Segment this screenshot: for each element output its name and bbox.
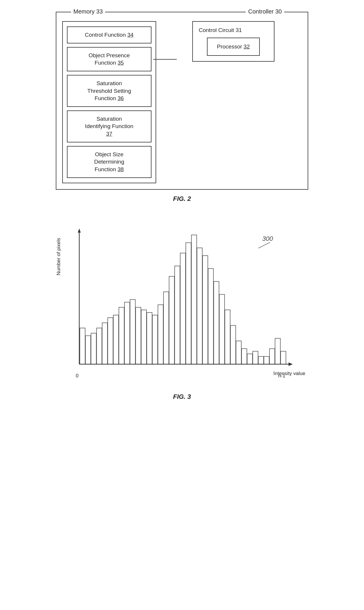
svg-rect-17 <box>141 310 146 364</box>
svg-rect-8 <box>91 333 96 364</box>
svg-rect-37 <box>253 351 258 364</box>
svg-rect-28 <box>203 256 208 364</box>
controller-label: Controller 30 <box>246 8 284 15</box>
svg-rect-11 <box>108 317 113 364</box>
svg-rect-6 <box>80 328 85 364</box>
func-box-38: Object SizeDeterminingFunction 38 <box>67 146 151 178</box>
fig3-caption: FIG. 3 <box>173 393 191 401</box>
svg-rect-15 <box>130 300 135 364</box>
svg-rect-38 <box>258 356 264 364</box>
func-num-35: 35 <box>118 60 124 66</box>
func-num-37: 37 <box>106 131 112 137</box>
svg-rect-32 <box>225 310 230 364</box>
fig3-container: Number of pixels 300 0 n-1 Intensity val… <box>23 223 341 401</box>
processor-box: Processor 32 <box>207 38 260 56</box>
func-num-34: 34 <box>127 32 134 38</box>
svg-rect-12 <box>113 315 119 364</box>
control-circuit-box: Control Circuit 31 Processor 32 <box>192 21 274 62</box>
fig3-chart-area: Number of pixels 300 0 n-1 Intensity val… <box>56 223 308 388</box>
memory-label: Memory 33 <box>71 8 105 15</box>
svg-rect-30 <box>214 281 219 364</box>
svg-rect-27 <box>197 248 202 364</box>
svg-rect-42 <box>281 351 286 364</box>
fig2-caption: FIG. 2 <box>173 195 191 203</box>
fig2-container: Memory 33 Controller 30 Control Function… <box>23 12 341 217</box>
func-box-36: SaturationThreshold SettingFunction 36 <box>67 75 151 107</box>
x-axis-label: Intensity value <box>273 371 305 377</box>
svg-rect-33 <box>230 325 236 364</box>
connector-line <box>153 59 183 62</box>
memory-section: Control Function 34 Object PresenceFunct… <box>62 21 156 183</box>
y-axis-label: Number of pixels <box>56 238 62 275</box>
x-axis-zero: 0 <box>76 373 78 379</box>
processor-num: 32 <box>244 43 250 50</box>
svg-rect-9 <box>97 328 102 364</box>
svg-rect-20 <box>158 305 163 364</box>
svg-rect-22 <box>169 276 174 364</box>
svg-marker-4 <box>289 362 293 366</box>
svg-rect-18 <box>147 312 152 364</box>
svg-rect-26 <box>191 235 197 364</box>
func-box-37: SaturationIdentifying Function37 <box>67 110 151 142</box>
controller-section: Control Circuit 31 Processor 32 <box>165 21 302 62</box>
svg-rect-41 <box>275 338 280 364</box>
histogram-chart <box>70 226 302 379</box>
svg-rect-39 <box>264 356 269 364</box>
svg-rect-34 <box>236 341 241 364</box>
svg-marker-2 <box>78 228 81 233</box>
control-circuit-label: Control Circuit 31 <box>199 27 242 33</box>
svg-rect-31 <box>219 294 225 364</box>
svg-rect-24 <box>180 253 186 364</box>
fig2-diagram: Memory 33 Controller 30 Control Function… <box>56 12 308 190</box>
svg-line-5 <box>258 242 270 248</box>
svg-rect-40 <box>269 349 275 364</box>
svg-rect-7 <box>85 336 91 364</box>
svg-rect-16 <box>136 307 141 364</box>
func-num-36: 36 <box>118 95 124 101</box>
func-box-35: Object PresenceFunction 35 <box>67 47 151 71</box>
func-num-38: 38 <box>118 166 124 172</box>
svg-rect-35 <box>242 349 247 364</box>
func-box-34: Control Function 34 <box>67 26 151 43</box>
svg-rect-29 <box>208 268 213 364</box>
svg-rect-36 <box>247 354 252 364</box>
svg-rect-10 <box>102 323 107 364</box>
svg-rect-23 <box>175 266 180 364</box>
svg-rect-19 <box>152 315 158 364</box>
svg-rect-13 <box>119 307 124 364</box>
svg-rect-14 <box>124 302 130 364</box>
svg-rect-25 <box>186 243 191 364</box>
svg-rect-21 <box>164 292 169 364</box>
